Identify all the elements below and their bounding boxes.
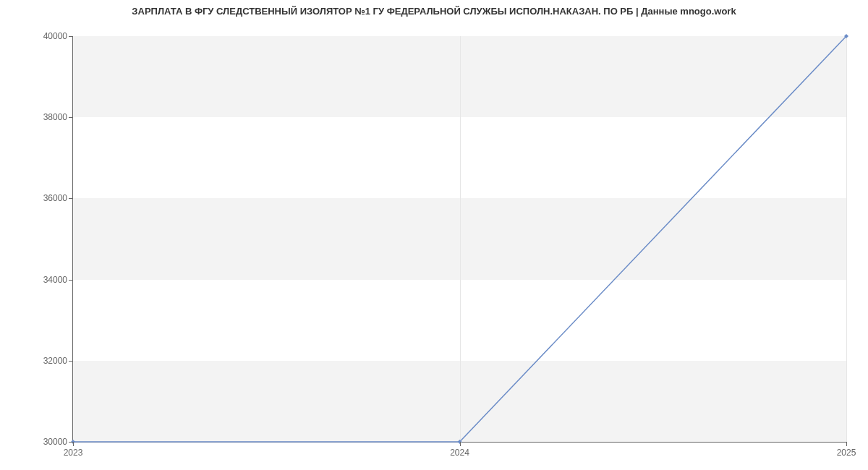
y-tick: [69, 117, 73, 118]
x-tick-label: 2024: [450, 448, 469, 458]
gridline-vertical: [846, 36, 847, 442]
x-tick: [460, 442, 461, 446]
chart-container: ЗАРПЛАТА В ФГУ СЛЕДСТВЕННЫЙ ИЗОЛЯТОР №1 …: [0, 0, 868, 470]
x-tick-label: 2025: [837, 448, 856, 458]
y-tick-label: 38000: [43, 112, 67, 122]
plot-area: 2023202420253000032000340003600038000400…: [72, 36, 846, 443]
chart-svg: [73, 36, 846, 442]
y-tick-label: 34000: [43, 275, 67, 285]
y-tick: [69, 280, 73, 281]
x-tick: [73, 442, 74, 446]
y-tick-label: 40000: [43, 31, 67, 41]
series-line: [73, 36, 846, 442]
y-tick: [69, 442, 73, 443]
y-tick: [69, 198, 73, 199]
y-tick-label: 32000: [43, 356, 67, 366]
x-tick-label: 2023: [64, 448, 83, 458]
y-tick-label: 36000: [43, 193, 67, 203]
chart-title: ЗАРПЛАТА В ФГУ СЛЕДСТВЕННЫЙ ИЗОЛЯТОР №1 …: [0, 0, 868, 17]
y-tick: [69, 36, 73, 37]
y-tick: [69, 361, 73, 362]
y-tick-label: 30000: [43, 437, 67, 447]
x-tick: [846, 442, 847, 446]
